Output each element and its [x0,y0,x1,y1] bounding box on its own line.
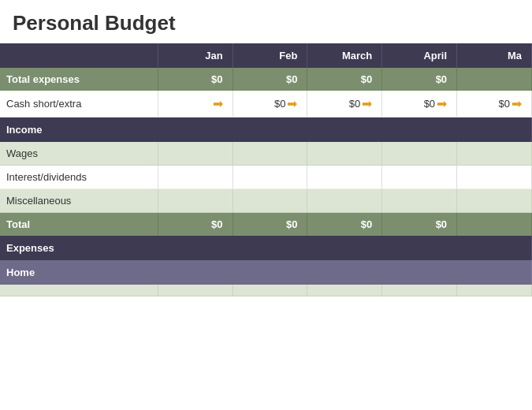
wages-row: Wages [0,142,532,166]
misc-jan [158,189,233,213]
cash-label: Cash short/extra [0,91,158,117]
home-row-1-may [457,285,532,296]
income-total-feb: $0 [233,213,307,237]
income-total-label: Total [0,213,158,237]
cash-row: Cash short/extra ➡ $0 ➡ $0 ➡ [0,91,532,117]
home-row-1-feb [233,285,307,296]
wages-may [457,142,532,166]
cash-feb-val: $0 [274,98,285,110]
total-expenses-march: $0 [307,68,382,91]
cash-march-val: $0 [349,98,360,110]
col-jan-header: Jan [158,43,233,68]
header-row: Jan Feb March April Ma [0,43,532,68]
wages-april [382,142,457,166]
total-expenses-row: Total expenses $0 $0 $0 $0 [0,68,532,91]
home-row-1-label [0,285,158,296]
interest-row: Interest/dividends [0,166,532,189]
col-april-header: April [382,43,457,68]
cash-feb: $0 ➡ [233,91,307,117]
home-row-1-april [382,285,457,296]
income-total-april: $0 [382,213,457,237]
miscellaneous-row: Miscellaneous [0,189,532,213]
cash-may-val: $0 [499,98,510,110]
col-feb-header: Feb [233,43,307,68]
col-march-header: March [307,43,382,68]
home-row-1-jan [158,285,233,296]
income-total-may [457,213,532,237]
budget-table: Jan Feb March April Ma Total expenses $0… [0,43,532,296]
cash-march: $0 ➡ [307,91,382,117]
income-total-row: Total $0 $0 $0 $0 [0,213,532,237]
cash-april: $0 ➡ [382,91,457,117]
arrow-icon-2: ➡ [362,96,372,111]
misc-march [307,189,382,213]
home-section-label: Home [0,260,532,285]
interest-feb [233,166,307,189]
home-row-1 [0,285,532,296]
wages-march [307,142,382,166]
income-total-jan: $0 [158,213,233,237]
wages-jan [158,142,233,166]
total-expenses-label: Total expenses [0,68,158,91]
cash-may: $0 ➡ [457,91,532,117]
misc-may [457,189,532,213]
page-title: Personal Budget [0,0,532,43]
arrow-icon-0: ➡ [213,96,223,111]
cash-april-val: $0 [424,98,435,110]
interest-label: Interest/dividends [0,166,158,189]
expenses-section-label: Expenses [0,236,532,260]
home-section-header: Home [0,260,532,285]
cash-jan: ➡ [158,91,233,117]
total-expenses-may [457,68,532,91]
col-label-header [0,43,158,68]
misc-feb [233,189,307,213]
wages-feb [233,142,307,166]
arrow-icon-4: ➡ [512,96,522,111]
total-expenses-april: $0 [382,68,457,91]
income-section-label: Income [0,117,532,143]
interest-march [307,166,382,189]
wages-label: Wages [0,142,158,166]
interest-april [382,166,457,189]
home-row-1-march [307,285,382,296]
expenses-section-header: Expenses [0,236,532,260]
total-expenses-jan: $0 [158,68,233,91]
arrow-icon-3: ➡ [437,96,447,111]
misc-april [382,189,457,213]
total-expenses-feb: $0 [233,68,307,91]
interest-may [457,166,532,189]
arrow-icon-1: ➡ [287,96,297,111]
misc-label: Miscellaneous [0,189,158,213]
interest-jan [158,166,233,189]
income-section-header: Income [0,117,532,143]
income-total-march: $0 [307,213,382,237]
col-may-header: Ma [457,43,532,68]
